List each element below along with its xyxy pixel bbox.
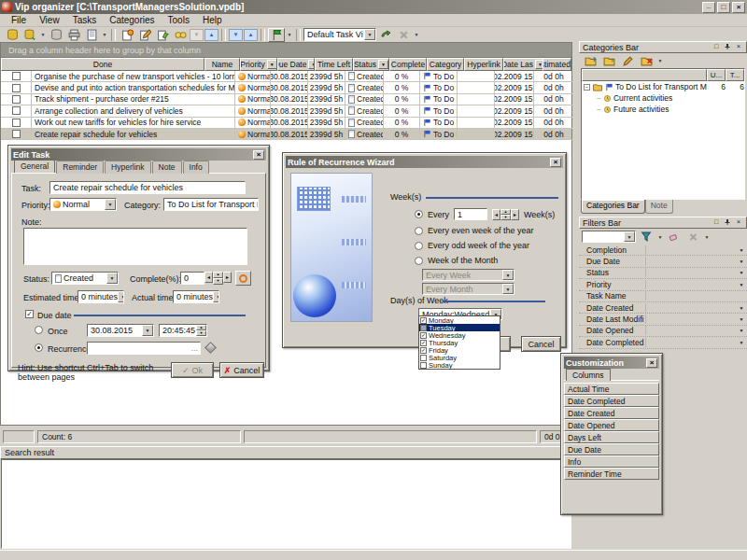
move-up-button[interactable]: ▲ <box>244 29 258 41</box>
open-database-button[interactable] <box>21 28 38 42</box>
menu-item[interactable]: Help <box>197 14 228 26</box>
cancel-button[interactable]: ✗Cancel <box>219 362 264 378</box>
pin-pane-icon[interactable] <box>723 218 732 227</box>
open-database-dropdown[interactable]: ▼ <box>39 32 47 37</box>
total-column[interactable]: T... <box>726 69 744 81</box>
columns-tab[interactable]: Columns <box>566 369 611 381</box>
delete-category-button[interactable] <box>638 54 655 68</box>
flag-dropdown[interactable]: ▼ <box>286 32 293 37</box>
filter-preset-combobox[interactable] <box>582 231 636 243</box>
time-down-icon[interactable]: ▼ <box>196 330 206 336</box>
new-category-button[interactable] <box>582 54 599 68</box>
even-week-radio[interactable] <box>415 227 423 235</box>
edit-task-close-icon[interactable] <box>253 150 264 160</box>
categories-toolbar-overflow[interactable]: ▼ <box>656 58 664 63</box>
delete-view-button[interactable] <box>395 28 412 42</box>
new-task-button[interactable] <box>119 28 135 42</box>
column-header[interactable]: Priority <box>240 58 277 71</box>
hidden-column-item[interactable]: Date Completed <box>564 395 659 407</box>
pane-tab[interactable]: Categories Bar <box>581 200 645 214</box>
spin-right-icon[interactable]: ► <box>223 272 232 283</box>
filter-dropdown-icon[interactable]: ▼ <box>736 328 747 333</box>
estimated-time-combobox[interactable]: 0 minutes <box>78 290 124 303</box>
column-filter-button[interactable] <box>267 60 277 69</box>
done-checkbox[interactable] <box>12 84 21 92</box>
column-header[interactable]: Status <box>353 58 389 71</box>
spin-down-icon[interactable]: ▼ <box>500 215 511 220</box>
filters-toolbar-overflow[interactable]: ▼ <box>703 234 711 240</box>
actual-time-combobox[interactable]: 0 minutes <box>173 290 219 303</box>
day-option[interactable]: Sunday <box>419 361 500 369</box>
edit-category-button[interactable] <box>619 54 636 68</box>
menu-item[interactable]: View <box>34 14 65 26</box>
day-checkbox[interactable] <box>420 347 427 354</box>
category-child-row[interactable]: − Current activities <box>582 92 744 104</box>
spin-left-icon[interactable]: ◄ <box>204 272 213 283</box>
day-checkbox[interactable] <box>420 325 427 331</box>
menu-item[interactable]: Tasks <box>67 14 103 26</box>
recurrence-diamond-icon[interactable] <box>204 342 217 354</box>
recurrence-radio[interactable] <box>35 343 43 352</box>
minimize-button[interactable] <box>702 2 715 13</box>
customization-title-bar[interactable]: Customization <box>564 357 659 369</box>
edit-task-tab[interactable]: Info <box>183 161 209 174</box>
week-select[interactable]: Every Week <box>422 269 514 281</box>
table-row[interactable]: Track shipment - purchase order #215 Nor… <box>1 94 571 105</box>
menu-item[interactable]: File <box>6 14 32 26</box>
new-database-button[interactable] <box>4 28 21 42</box>
backup-database-button[interactable] <box>48 28 64 42</box>
restore-button[interactable] <box>717 2 730 13</box>
done-checkbox[interactable] <box>12 119 21 127</box>
print-dropdown[interactable]: ▼ <box>101 32 108 37</box>
column-header[interactable]: Category <box>427 58 464 71</box>
day-checkbox[interactable] <box>420 317 427 324</box>
delete-filter-button[interactable] <box>684 230 701 244</box>
filter-row[interactable]: Task Name ▼ <box>579 291 747 302</box>
estimated-dropdown[interactable] <box>118 291 124 302</box>
close-button[interactable] <box>732 2 745 13</box>
pin-pane-icon[interactable] <box>723 43 732 51</box>
table-row[interactable]: Work out new tariffs for vehicles for hi… <box>1 118 571 129</box>
day-checkbox[interactable] <box>420 340 427 346</box>
apply-view-button[interactable] <box>377 28 394 42</box>
view-selector-dropdown[interactable] <box>364 29 375 40</box>
filters-bar-header[interactable]: Filters Bar □ × <box>579 217 747 229</box>
expand-all-button[interactable]: ▲ <box>204 29 218 41</box>
priority-combobox[interactable]: Normal <box>49 198 117 211</box>
week-of-month-radio[interactable] <box>415 257 423 265</box>
filter-row[interactable]: Date Last Modifi ▼ <box>579 314 747 325</box>
toolbar-overflow[interactable]: ▼ <box>413 32 420 37</box>
pane-tab[interactable]: Note <box>645 200 673 214</box>
apply-filter-dropdown[interactable]: ▼ <box>656 234 664 240</box>
column-header[interactable]: Estimated Ti <box>543 58 571 71</box>
close-pane-icon[interactable]: × <box>734 43 743 51</box>
maximize-pane-icon[interactable]: □ <box>712 218 721 227</box>
filter-row[interactable]: Date Created ▼ <box>579 302 747 314</box>
priority-dropdown[interactable] <box>105 199 116 210</box>
actual-dropdown[interactable] <box>213 291 219 302</box>
complete-input[interactable]: 0 <box>180 272 204 285</box>
clear-filter-button[interactable] <box>666 230 683 244</box>
filter-dropdown-icon[interactable]: ▼ <box>736 247 747 253</box>
column-header[interactable]: Hyperlink <box>464 58 503 71</box>
done-checkbox[interactable] <box>12 95 21 104</box>
month-select[interactable]: Every Month <box>422 283 514 295</box>
status-combobox[interactable]: Created <box>51 272 119 285</box>
edit-task-tab[interactable]: Note <box>152 161 182 174</box>
hidden-column-item[interactable]: Days Left <box>564 431 659 443</box>
column-header[interactable]: Date Las <box>503 58 543 71</box>
complete-100-button[interactable] <box>235 271 251 286</box>
edit-task-button[interactable] <box>136 28 153 42</box>
customization-close-icon[interactable] <box>646 358 657 368</box>
column-header[interactable]: Due Date <box>277 58 315 71</box>
column-header[interactable]: Name <box>204 58 240 71</box>
task-input[interactable]: Create repair schedule for vehicles <box>49 181 246 194</box>
edit-task-tab[interactable]: General <box>14 160 55 173</box>
wizard-cancel-button[interactable]: Cancel <box>521 336 561 352</box>
menu-item[interactable]: Categories <box>104 14 160 26</box>
duplicate-task-button[interactable] <box>154 28 171 42</box>
filter-dropdown-icon[interactable]: ▼ <box>736 270 747 275</box>
column-filter-button[interactable] <box>535 60 543 69</box>
move-down-button[interactable]: ▼ <box>229 29 243 41</box>
category-combobox[interactable]: To Do List for Transport Ma <box>163 198 259 211</box>
